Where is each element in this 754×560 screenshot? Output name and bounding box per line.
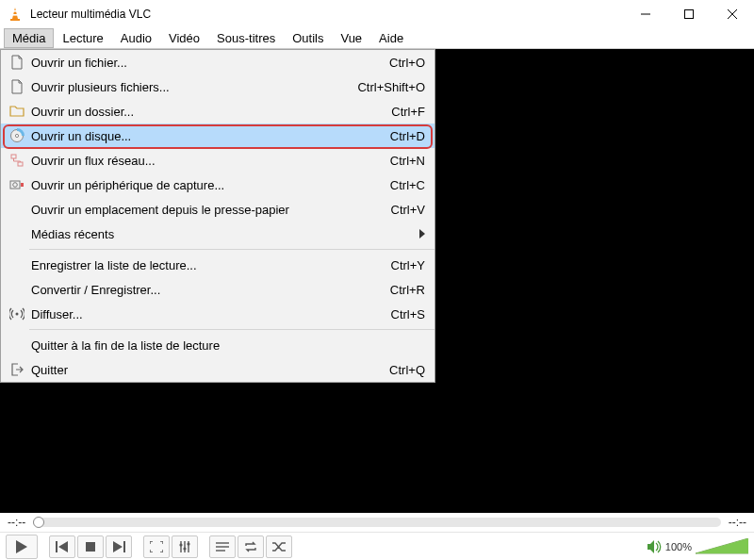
disc-icon xyxy=(7,128,27,143)
menuitem-shortcut: Ctrl+N xyxy=(390,154,425,168)
menu-aide[interactable]: Aide xyxy=(370,28,412,48)
volume-text: 100% xyxy=(665,541,692,552)
menu-separator xyxy=(29,329,434,330)
menuitem-shortcut: Ctrl+O xyxy=(389,56,425,70)
maximize-button[interactable] xyxy=(667,0,711,28)
svg-rect-18 xyxy=(56,541,57,552)
menuitem-open-folder[interactable]: Ouvrir un dossier... Ctrl+F xyxy=(1,99,434,124)
svg-rect-2 xyxy=(12,14,17,16)
svg-point-27 xyxy=(183,547,186,550)
menu-vue[interactable]: Vue xyxy=(332,28,370,48)
stop-button[interactable] xyxy=(77,535,104,558)
svg-marker-21 xyxy=(113,541,123,552)
menuitem-recent-media[interactable]: Médias récents xyxy=(1,222,434,246)
menuitem-shortcut: Ctrl+Shift+O xyxy=(357,80,425,94)
menuitem-label: Ouvrir un emplacement depuis le presse-p… xyxy=(27,203,391,217)
menuitem-label: Ouvrir un disque... xyxy=(27,129,390,143)
menuitem-label: Convertir / Enregistrer... xyxy=(27,283,390,297)
menuitem-label: Ouvrir un fichier... xyxy=(27,56,389,70)
stream-icon xyxy=(7,306,27,321)
speaker-icon[interactable] xyxy=(647,540,664,553)
menuitem-save-playlist[interactable]: Enregistrer la liste de lecture... Ctrl+… xyxy=(1,253,434,277)
window-title: Lecteur multimédia VLC xyxy=(30,8,624,21)
menuitem-label: Médias récents xyxy=(27,227,425,241)
seek-knob[interactable] xyxy=(33,517,44,528)
seek-slider[interactable] xyxy=(33,518,720,527)
quit-icon xyxy=(7,362,27,377)
menuitem-shortcut: Ctrl+S xyxy=(391,307,425,321)
capture-icon xyxy=(7,177,27,192)
svg-point-9 xyxy=(15,134,18,137)
loop-button[interactable] xyxy=(238,535,264,558)
menu-audio[interactable]: Audio xyxy=(112,28,160,48)
next-button[interactable] xyxy=(106,535,132,558)
file-icon xyxy=(7,55,27,70)
menuitem-label: Ouvrir un périphérique de capture... xyxy=(27,178,390,192)
network-icon xyxy=(7,153,27,168)
menuitem-open-disc[interactable]: Ouvrir un disque... Ctrl+D xyxy=(1,124,434,148)
svg-rect-12 xyxy=(10,181,20,189)
playlist-button[interactable] xyxy=(209,535,236,558)
menuitem-label: Ouvrir plusieurs fichiers... xyxy=(27,80,357,94)
menuitem-open-network-stream[interactable]: Ouvrir un flux réseau... Ctrl+N xyxy=(1,148,434,173)
menuitem-quit-at-end[interactable]: Quitter à la fin de la liste de lecture xyxy=(1,333,434,357)
menuitem-shortcut: Ctrl+R xyxy=(390,283,425,297)
svg-rect-11 xyxy=(18,162,23,166)
file-icon xyxy=(7,79,27,94)
svg-rect-20 xyxy=(86,542,95,552)
previous-button[interactable] xyxy=(49,535,75,558)
submenu-arrow-icon xyxy=(419,227,425,241)
svg-rect-14 xyxy=(21,183,24,187)
play-button[interactable] xyxy=(6,535,38,559)
menu-video[interactable]: Vidéo xyxy=(160,28,208,48)
fullscreen-button[interactable] xyxy=(143,535,170,558)
menuitem-shortcut: Ctrl+Y xyxy=(391,258,425,272)
menuitem-label: Quitter xyxy=(27,363,389,377)
svg-marker-32 xyxy=(647,540,654,553)
menu-sous-titres[interactable]: Sous-titres xyxy=(208,28,284,48)
menu-media[interactable]: Média xyxy=(4,28,54,48)
svg-marker-19 xyxy=(58,541,68,552)
menubar: Média Lecture Audio Vidéo Sous-titres Ou… xyxy=(0,28,754,49)
menu-separator xyxy=(29,249,434,250)
menuitem-quit[interactable]: Quitter Ctrl+Q xyxy=(1,357,434,382)
menuitem-label: Ouvrir un flux réseau... xyxy=(27,154,390,168)
minimize-button[interactable] xyxy=(624,0,667,28)
svg-rect-10 xyxy=(11,155,16,158)
svg-rect-22 xyxy=(123,541,125,552)
menuitem-stream[interactable]: Diffuser... Ctrl+S xyxy=(1,302,434,326)
svg-point-26 xyxy=(179,543,182,546)
seekbar: --:-- --:-- xyxy=(0,513,754,532)
menuitem-label: Enregistrer la liste de lecture... xyxy=(27,258,391,272)
menu-outils[interactable]: Outils xyxy=(284,28,332,48)
menuitem-label: Ouvrir un dossier... xyxy=(27,105,391,119)
vlc-cone-icon xyxy=(8,7,23,22)
menuitem-open-from-clipboard[interactable]: Ouvrir un emplacement depuis le presse-p… xyxy=(1,197,434,222)
menuitem-open-capture-device[interactable]: Ouvrir un périphérique de capture... Ctr… xyxy=(1,173,434,197)
menuitem-shortcut: Ctrl+Q xyxy=(389,363,425,377)
menuitem-shortcut: Ctrl+C xyxy=(390,178,425,192)
svg-rect-5 xyxy=(685,10,694,19)
close-button[interactable] xyxy=(711,0,754,28)
random-button[interactable] xyxy=(266,535,292,558)
controls: 100% xyxy=(0,532,754,560)
svg-marker-17 xyxy=(16,540,27,553)
media-dropdown: Ouvrir un fichier... Ctrl+O Ouvrir plusi… xyxy=(0,49,435,383)
menuitem-open-multiple-files[interactable]: Ouvrir plusieurs fichiers... Ctrl+Shift+… xyxy=(1,74,434,99)
menuitem-open-file[interactable]: Ouvrir un fichier... Ctrl+O xyxy=(1,50,434,74)
menuitem-convert-save[interactable]: Convertir / Enregistrer... Ctrl+R xyxy=(1,277,434,302)
menuitem-shortcut: Ctrl+D xyxy=(390,129,425,143)
svg-marker-0 xyxy=(12,8,18,19)
titlebar: Lecteur multimédia VLC xyxy=(0,0,754,28)
time-total[interactable]: --:-- xyxy=(729,516,746,529)
time-elapsed[interactable]: --:-- xyxy=(8,516,25,529)
svg-point-28 xyxy=(187,542,189,545)
svg-rect-3 xyxy=(10,19,20,21)
folder-icon xyxy=(7,104,27,119)
svg-point-16 xyxy=(16,313,19,316)
volume-slider[interactable] xyxy=(696,538,748,555)
menuitem-shortcut: Ctrl+V xyxy=(391,203,425,217)
menu-lecture[interactable]: Lecture xyxy=(54,28,111,48)
menuitem-label: Quitter à la fin de la liste de lecture xyxy=(27,338,425,353)
extended-settings-button[interactable] xyxy=(172,535,198,558)
